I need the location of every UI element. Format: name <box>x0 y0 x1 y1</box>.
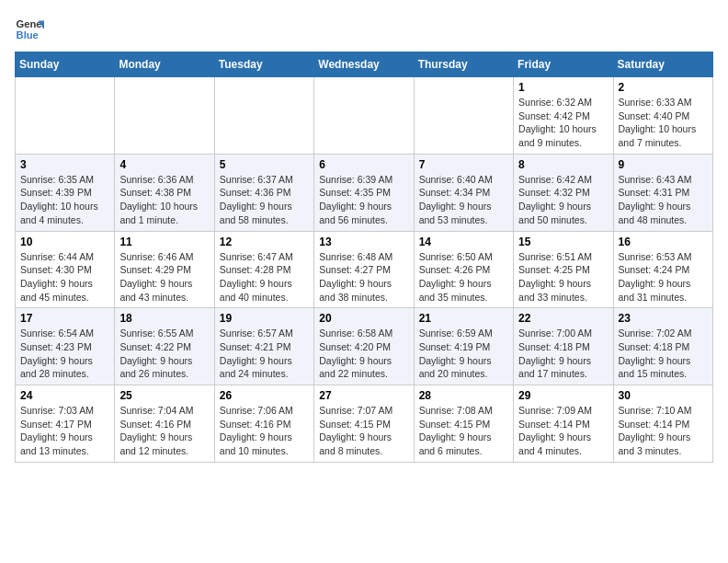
day-number: 28 <box>419 389 508 402</box>
calendar-cell: 19Sunrise: 6:57 AM Sunset: 4:21 PM Dayli… <box>214 308 313 385</box>
day-info: Sunrise: 6:46 AM Sunset: 4:29 PM Dayligh… <box>119 250 209 304</box>
day-info: Sunrise: 7:03 AM Sunset: 4:17 PM Dayligh… <box>20 404 109 458</box>
day-info: Sunrise: 6:57 AM Sunset: 4:21 PM Dayligh… <box>220 327 309 381</box>
day-number: 11 <box>119 236 209 248</box>
calendar-cell <box>314 77 414 155</box>
day-info: Sunrise: 6:48 AM Sunset: 4:27 PM Dayligh… <box>319 250 408 304</box>
calendar-cell: 14Sunrise: 6:50 AM Sunset: 4:26 PM Dayli… <box>414 231 513 308</box>
calendar-cell: 24Sunrise: 7:03 AM Sunset: 4:17 PM Dayli… <box>16 385 115 463</box>
day-info: Sunrise: 6:32 AM Sunset: 4:42 PM Dayligh… <box>518 96 608 150</box>
day-info: Sunrise: 6:43 AM Sunset: 4:31 PM Dayligh… <box>619 173 708 227</box>
day-info: Sunrise: 6:58 AM Sunset: 4:20 PM Dayligh… <box>319 327 408 381</box>
weekday-header-sunday: Sunday <box>16 52 115 77</box>
weekday-header-friday: Friday <box>514 52 613 77</box>
svg-text:General: General <box>17 18 44 29</box>
calendar-cell <box>214 77 313 155</box>
day-number: 12 <box>220 236 309 248</box>
calendar-cell: 27Sunrise: 7:07 AM Sunset: 4:15 PM Dayli… <box>314 385 414 463</box>
calendar-week-1: 1Sunrise: 6:32 AM Sunset: 4:42 PM Daylig… <box>16 77 713 155</box>
header: General Blue <box>15 15 713 44</box>
day-number: 24 <box>20 389 109 402</box>
calendar-cell <box>16 77 115 155</box>
day-number: 23 <box>619 312 708 325</box>
calendar-cell: 29Sunrise: 7:09 AM Sunset: 4:14 PM Dayli… <box>514 385 613 463</box>
calendar-week-4: 17Sunrise: 6:54 AM Sunset: 4:23 PM Dayli… <box>16 308 713 385</box>
day-number: 20 <box>319 312 408 325</box>
calendar-cell: 9Sunrise: 6:43 AM Sunset: 4:31 PM Daylig… <box>613 154 712 231</box>
day-info: Sunrise: 6:54 AM Sunset: 4:23 PM Dayligh… <box>20 327 109 381</box>
day-number: 3 <box>20 158 109 171</box>
weekday-header-thursday: Thursday <box>414 52 513 77</box>
weekday-header-saturday: Saturday <box>613 52 712 77</box>
calendar-cell: 12Sunrise: 6:47 AM Sunset: 4:28 PM Dayli… <box>214 231 313 308</box>
calendar-cell: 5Sunrise: 6:37 AM Sunset: 4:36 PM Daylig… <box>214 154 313 231</box>
day-info: Sunrise: 6:51 AM Sunset: 4:25 PM Dayligh… <box>518 250 608 304</box>
weekday-header-tuesday: Tuesday <box>214 52 313 77</box>
day-info: Sunrise: 6:39 AM Sunset: 4:35 PM Dayligh… <box>319 173 408 227</box>
day-info: Sunrise: 7:08 AM Sunset: 4:15 PM Dayligh… <box>419 404 508 458</box>
weekday-header-monday: Monday <box>115 52 214 77</box>
day-info: Sunrise: 7:06 AM Sunset: 4:16 PM Dayligh… <box>220 404 309 458</box>
day-info: Sunrise: 6:40 AM Sunset: 4:34 PM Dayligh… <box>419 173 508 227</box>
day-number: 8 <box>518 158 608 171</box>
weekday-header-wednesday: Wednesday <box>314 52 414 77</box>
calendar-cell <box>414 77 513 155</box>
day-number: 13 <box>319 236 408 248</box>
logo: General Blue <box>15 15 44 44</box>
calendar-cell: 1Sunrise: 6:32 AM Sunset: 4:42 PM Daylig… <box>514 77 613 155</box>
calendar-cell: 10Sunrise: 6:44 AM Sunset: 4:30 PM Dayli… <box>16 231 115 308</box>
day-info: Sunrise: 6:59 AM Sunset: 4:19 PM Dayligh… <box>419 327 508 381</box>
day-number: 16 <box>619 236 708 248</box>
calendar-cell: 11Sunrise: 6:46 AM Sunset: 4:29 PM Dayli… <box>115 231 214 308</box>
calendar-cell: 15Sunrise: 6:51 AM Sunset: 4:25 PM Dayli… <box>514 231 613 308</box>
day-number: 14 <box>419 236 508 248</box>
day-info: Sunrise: 6:33 AM Sunset: 4:40 PM Dayligh… <box>619 96 708 150</box>
calendar-week-5: 24Sunrise: 7:03 AM Sunset: 4:17 PM Dayli… <box>16 385 713 463</box>
day-info: Sunrise: 6:37 AM Sunset: 4:36 PM Dayligh… <box>220 173 309 227</box>
calendar-cell: 17Sunrise: 6:54 AM Sunset: 4:23 PM Dayli… <box>16 308 115 385</box>
day-info: Sunrise: 6:36 AM Sunset: 4:38 PM Dayligh… <box>119 173 209 227</box>
day-info: Sunrise: 7:04 AM Sunset: 4:16 PM Dayligh… <box>119 404 209 458</box>
day-info: Sunrise: 7:09 AM Sunset: 4:14 PM Dayligh… <box>518 404 608 458</box>
calendar-cell: 6Sunrise: 6:39 AM Sunset: 4:35 PM Daylig… <box>314 154 414 231</box>
calendar-cell: 23Sunrise: 7:02 AM Sunset: 4:18 PM Dayli… <box>613 308 712 385</box>
calendar-cell: 20Sunrise: 6:58 AM Sunset: 4:20 PM Dayli… <box>314 308 414 385</box>
calendar-cell: 18Sunrise: 6:55 AM Sunset: 4:22 PM Dayli… <box>115 308 214 385</box>
day-number: 2 <box>619 81 708 94</box>
day-number: 25 <box>119 389 209 402</box>
day-number: 7 <box>419 158 508 171</box>
calendar-cell: 16Sunrise: 6:53 AM Sunset: 4:24 PM Dayli… <box>613 231 712 308</box>
day-number: 19 <box>220 312 309 325</box>
day-number: 6 <box>319 158 408 171</box>
day-info: Sunrise: 6:47 AM Sunset: 4:28 PM Dayligh… <box>220 250 309 304</box>
day-number: 29 <box>518 389 608 402</box>
svg-text:Blue: Blue <box>17 29 39 40</box>
day-info: Sunrise: 7:07 AM Sunset: 4:15 PM Dayligh… <box>319 404 408 458</box>
day-info: Sunrise: 6:55 AM Sunset: 4:22 PM Dayligh… <box>119 327 209 381</box>
day-number: 9 <box>619 158 708 171</box>
calendar-cell: 30Sunrise: 7:10 AM Sunset: 4:14 PM Dayli… <box>613 385 712 463</box>
day-number: 10 <box>20 236 109 248</box>
calendar: SundayMondayTuesdayWednesdayThursdayFrid… <box>15 52 713 463</box>
day-info: Sunrise: 6:42 AM Sunset: 4:32 PM Dayligh… <box>518 173 608 227</box>
day-number: 17 <box>20 312 109 325</box>
day-number: 21 <box>419 312 508 325</box>
day-number: 15 <box>518 236 608 248</box>
calendar-cell: 21Sunrise: 6:59 AM Sunset: 4:19 PM Dayli… <box>414 308 513 385</box>
calendar-cell: 25Sunrise: 7:04 AM Sunset: 4:16 PM Dayli… <box>115 385 214 463</box>
calendar-cell: 3Sunrise: 6:35 AM Sunset: 4:39 PM Daylig… <box>16 154 115 231</box>
calendar-cell: 2Sunrise: 6:33 AM Sunset: 4:40 PM Daylig… <box>613 77 712 155</box>
day-number: 5 <box>220 158 309 171</box>
day-info: Sunrise: 7:00 AM Sunset: 4:18 PM Dayligh… <box>518 327 608 381</box>
day-number: 22 <box>518 312 608 325</box>
day-info: Sunrise: 7:10 AM Sunset: 4:14 PM Dayligh… <box>619 404 708 458</box>
day-info: Sunrise: 6:44 AM Sunset: 4:30 PM Dayligh… <box>20 250 109 304</box>
calendar-cell: 28Sunrise: 7:08 AM Sunset: 4:15 PM Dayli… <box>414 385 513 463</box>
day-number: 18 <box>119 312 209 325</box>
logo-icon: General Blue <box>15 15 44 44</box>
calendar-cell <box>115 77 214 155</box>
calendar-cell: 7Sunrise: 6:40 AM Sunset: 4:34 PM Daylig… <box>414 154 513 231</box>
weekday-header-row: SundayMondayTuesdayWednesdayThursdayFrid… <box>16 52 713 77</box>
day-number: 1 <box>518 81 608 94</box>
calendar-cell: 22Sunrise: 7:00 AM Sunset: 4:18 PM Dayli… <box>514 308 613 385</box>
